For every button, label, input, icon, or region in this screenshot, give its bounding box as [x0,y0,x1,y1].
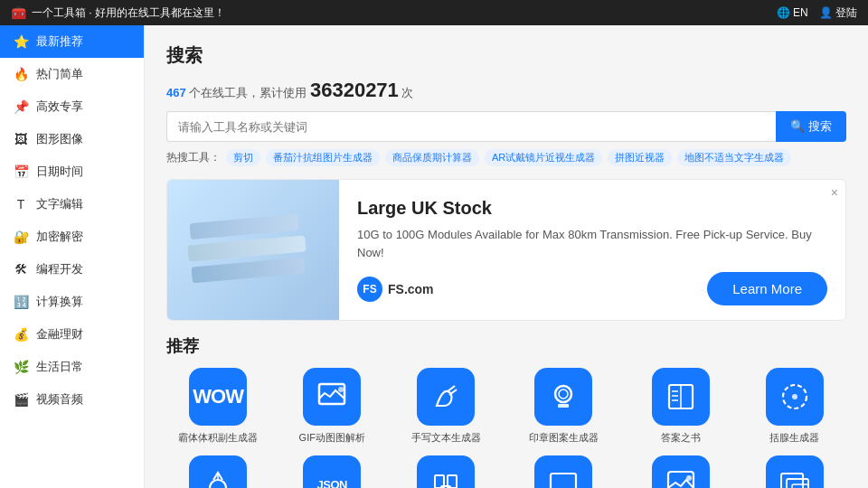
tool-icon-mahjong [417,455,475,488]
sidebar-label-popular: 热门简单 [36,66,83,82]
calendar-icon: 📅 [13,164,29,179]
sidebar: ⭐ 最新推荐 🔥 热门简单 📌 高效专享 🖼 图形图像 📅 日期时间 T 文字编… [0,25,145,488]
sidebar-label-text: 文字编辑 [36,196,83,212]
svg-rect-4 [558,404,569,408]
sidebar-label-daily: 日期时间 [36,164,83,180]
svg-point-2 [555,386,571,402]
sidebar-item-recommended[interactable]: ⭐ 最新推荐 [0,25,144,58]
tool-gif[interactable]: GIF动图图解析 [280,368,383,445]
sidebar-item-life[interactable]: 🌿 生活日常 [0,351,144,383]
tool-icon-stamp [534,368,592,426]
sidebar-item-highlight[interactable]: 📌 高效专享 [0,90,144,123]
hot-tag-0[interactable]: 剪切 [226,149,260,166]
sidebar-label-calc: 计算换算 [36,294,83,310]
sidebar-item-daily[interactable]: 📅 日期时间 [0,155,144,188]
hot-tools: 热搜工具： 剪切 番茄汁抗组图片生成器 商品保质期计算器 AR试戴镜片近视生成器… [166,149,846,166]
svg-point-22 [686,475,692,481]
hot-tag-2[interactable]: 商品保质期计算器 [385,149,479,166]
wrench-icon: 🛠 [13,262,29,277]
tool-projector[interactable]: 手绘展览坑视图片生成器 [509,455,618,488]
sidebar-label-life: 生活日常 [36,359,83,375]
sidebar-item-encrypt[interactable]: 🔐 加密解密 [0,221,144,253]
search-title: 搜索 [166,43,846,68]
svg-point-1 [338,387,344,392]
tool-json[interactable]: JSON JSONPath解析器 [280,455,383,488]
svg-point-11 [792,394,797,399]
svg-rect-24 [787,479,808,488]
sidebar-item-text[interactable]: T 文字编辑 [0,188,144,221]
sidebar-item-video[interactable]: 🎬 视频音频 [0,383,144,416]
topbar-right: 🌐 EN 👤 登陆 [777,5,857,21]
lock-icon: 🔐 [13,230,29,244]
search-bar: 🔍 搜索 [166,111,846,142]
fiber-module-3 [191,257,305,283]
text-icon: T [13,197,29,211]
tool-wow[interactable]: WOW 霸体体积副生成器 [166,368,269,445]
main-layout: ⭐ 最新推荐 🔥 热门简单 📌 高效专享 🖼 图形图像 📅 日期时间 T 文字编… [0,25,868,488]
sidebar-item-popular[interactable]: 🔥 热门简单 [0,58,144,90]
tool-icon-handwrite [417,368,475,426]
stats-text2: 次 [401,86,413,99]
toolbox-icon: 🧰 [11,5,26,20]
fiber-module-1 [189,213,298,239]
search-button[interactable]: 🔍 搜索 [776,111,846,142]
sidebar-item-image[interactable]: 🖼 图形图像 [0,123,144,155]
search-input[interactable] [166,111,776,142]
login-button[interactable]: 👤 登陆 [819,5,857,21]
tool-scratch[interactable]: 括腺生成器 [743,368,846,445]
hot-tag-4[interactable]: 拼图近视器 [608,149,672,166]
tool-label-gif: GIF动图图解析 [299,431,365,445]
tool-label-scratch: 括腺生成器 [769,431,819,445]
tool-icon-scratch [766,368,824,426]
learn-more-button[interactable]: Learn More [707,272,827,305]
svg-point-12 [210,480,226,488]
tool-mahjong[interactable]: 麻将计算器 [394,455,497,488]
tool-icon-imgconvert [652,455,710,488]
tool-watermark[interactable]: 图片加水印 [743,455,846,488]
video-icon: 🎬 [13,392,29,407]
ad-close-button[interactable]: × [831,185,838,200]
tool-icon-medal [189,455,247,488]
tool-label-stamp: 印章图案生成器 [529,431,599,445]
sidebar-item-calc[interactable]: 🔢 计算换算 [0,286,144,318]
content-area: 搜索 467 个在线工具，累计使用 36320271 次 🔍 搜索 热搜工具： … [145,25,868,488]
ad-logo: FS FS.com [357,277,434,302]
stats-total: 36320271 [310,79,399,101]
money-icon: 💰 [13,327,29,342]
ad-content: Large UK Stock 10G to 100G Modules Avail… [339,180,845,320]
image-icon: 🖼 [13,132,29,146]
svg-rect-17 [551,474,576,488]
fiber-module-2 [187,235,306,261]
lang-switch[interactable]: 🌐 EN [777,6,808,19]
tool-icon-json: JSON [303,455,361,488]
ad-logo-icon: FS [357,277,382,302]
recommended-tools-grid: WOW 霸体体积副生成器 GIF动图图解析 手写文本生成器 印章图案生成 [166,368,846,488]
topbar-left: 🧰 一个工具箱 · 好用的在线工具都在这里！ [11,5,225,21]
tool-label-handwrite: 手写文本生成器 [411,431,481,445]
tool-imgconvert[interactable]: 图片转换 [629,455,732,488]
sidebar-item-dev[interactable]: 🛠 编程开发 [0,253,144,286]
ad-image-inner [181,201,326,300]
hot-tag-5[interactable]: 地图不适当文字生成器 [677,149,791,166]
search-stats: 467 个在线工具，累计使用 36320271 次 [166,79,846,102]
tool-count: 467 [166,86,186,99]
leaf-icon: 🌿 [13,360,29,374]
ad-title: Large UK Stock [357,198,827,219]
sidebar-label-image: 图形图像 [36,131,83,147]
hot-tag-1[interactable]: 番茄汁抗组图片生成器 [266,149,380,166]
fire-icon: 🔥 [13,67,29,81]
tool-label-book: 答案之书 [661,431,701,445]
pin-icon: 📌 [13,99,29,114]
sidebar-item-finance[interactable]: 💰 金融理财 [0,318,144,351]
calc-icon: 🔢 [13,295,29,309]
topbar-title: 一个工具箱 · 好用的在线工具都在这里！ [32,5,225,21]
tool-icon-gif [303,368,361,426]
tool-handwrite[interactable]: 手写文本生成器 [394,368,497,445]
tool-book[interactable]: 答案之书 [629,368,732,445]
tool-medal[interactable]: 奖牌图生成器 [166,455,269,488]
sidebar-label-video: 视频音频 [36,391,83,408]
hot-tag-3[interactable]: AR试戴镜片近视生成器 [485,149,602,166]
tool-icon-projector [534,455,592,488]
sidebar-label-dev: 编程开发 [36,261,83,277]
tool-stamp[interactable]: 印章图案生成器 [509,368,618,445]
